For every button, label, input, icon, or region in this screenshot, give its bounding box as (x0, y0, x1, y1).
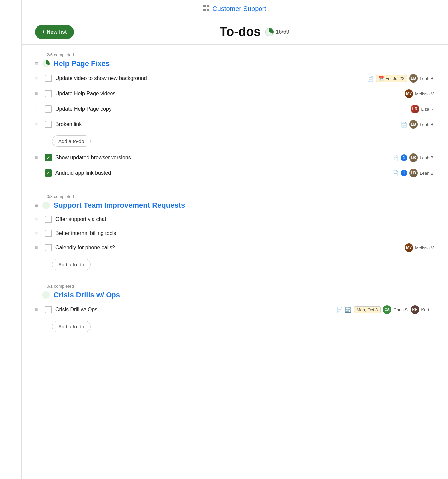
list-pie-0 (42, 59, 50, 68)
todo-meta-t9: MV Melissa V. (405, 243, 435, 252)
avatar-leah-t4: LB (409, 120, 418, 129)
assignee-label-t5: Leah B. (420, 155, 435, 160)
assignee-label-t6: Leah B. (420, 171, 435, 176)
list-header-1: ≡ Support Team Improvement Requests (35, 201, 435, 210)
avatar-leah-t1: LB (409, 74, 418, 83)
todo-item-t6: ≡ ✓ Android app link busted 📄 1 LB Leah … (35, 165, 435, 181)
todo-checkbox-t5[interactable]: ✓ (45, 154, 52, 161)
svg-rect-1 (207, 5, 209, 7)
todo-checkbox-t9[interactable] (45, 244, 52, 251)
todo-drag-t4[interactable]: ≡ (35, 121, 41, 127)
lists-container: 2/6 completed ≡ Help Page Fixes ≡ Update… (22, 47, 448, 359)
todo-item-t5: ≡ ✓ Show updated browser versions 📄 1 LB… (35, 150, 435, 165)
comment-badge-t5: 1 (401, 154, 407, 161)
todo-checkbox-t4[interactable] (45, 121, 52, 128)
todo-drag-t7[interactable]: ≡ (35, 216, 41, 222)
avatar-kurt-t10: KH (411, 305, 419, 314)
todo-checkbox-t7[interactable] (45, 216, 52, 223)
todo-text-t1: Update video to show new background (55, 75, 364, 81)
sidebar (0, 0, 22, 479)
progress-badge: 16/69 (265, 27, 289, 37)
todo-item-t3: ≡ Update Help Page copy LR Liza R. (35, 101, 435, 117)
list-header-2: ≡ Crisis Drills w/ Ops (35, 291, 435, 299)
todo-drag-t6[interactable]: ≡ (35, 170, 41, 176)
date-badge-t1: 📅 Fri, Jul 22 (376, 75, 407, 82)
todo-item-t1: ≡ Update video to show new background 📄 … (35, 71, 435, 86)
todo-item-t9: ≡ Calendly for phone calls? MV Melissa V… (35, 240, 435, 255)
progress-text: 16/69 (276, 29, 289, 35)
list-header-0: ≡ Help Page Fixes (35, 59, 435, 68)
svg-rect-3 (207, 9, 209, 11)
assignee-label-t4: Leah B. (420, 122, 435, 127)
todo-drag-t3[interactable]: ≡ (35, 106, 41, 112)
todo-meta-t6: 📄 1 LB Leah B. (392, 169, 435, 177)
assignee2-label-t10: Kurt H. (421, 307, 435, 312)
avatar-chris-t10: CS (383, 305, 391, 314)
todo-checkbox-t2[interactable] (45, 90, 52, 97)
todo-checkbox-t1[interactable] (45, 75, 52, 82)
todo-checkbox-t10[interactable] (45, 306, 52, 313)
assignee-label-t10: Chris S. (393, 307, 409, 312)
assignee-label-t2: Melissa V. (415, 91, 435, 96)
new-list-button[interactable]: + New list (35, 25, 74, 39)
list-drag-handle-1[interactable]: ≡ (35, 202, 38, 209)
comment-badge-t6: 1 (401, 170, 407, 176)
todo-checkbox-t3[interactable] (45, 105, 52, 113)
todo-drag-t10[interactable]: ≡ (35, 307, 41, 313)
note-icon-t5: 📄 (392, 155, 399, 161)
todo-meta-t10: 📄 🔄 Mon, Oct 3 CS Chris S. KH Kurt H. (336, 305, 435, 314)
todo-meta-t5: 📄 1 LB Leah B. (392, 153, 435, 162)
todo-drag-t1[interactable]: ≡ (35, 75, 41, 81)
new-list-label: + New list (42, 29, 67, 35)
note-icon-t1: 📄 (367, 75, 374, 82)
list-title-2[interactable]: Crisis Drills w/ Ops (54, 291, 120, 299)
todo-drag-t9[interactable]: ≡ (35, 245, 41, 251)
avatar-melissa-t9: MV (405, 243, 413, 252)
note-icon-t4: 📄 (401, 121, 407, 128)
todo-drag-t2[interactable]: ≡ (35, 91, 41, 97)
assignee-label-t9: Melissa V. (415, 245, 435, 250)
todo-item-t2: ≡ Update Help Page videos MV Melissa V. (35, 86, 435, 101)
todo-checkbox-t8[interactable] (45, 230, 52, 237)
assignee-label-t3: Liza R. (421, 107, 435, 112)
list-drag-handle-0[interactable]: ≡ (35, 60, 38, 67)
todo-text-t4: Broken link (55, 121, 397, 127)
todo-text-t10: Crisis Drill w/ Ops (55, 307, 333, 313)
top-bar: Customer Support (22, 0, 448, 18)
completed-label-2: 0/1 completed (47, 284, 435, 289)
page-header: + New list To-dos 16/69 (22, 18, 448, 44)
add-todo-button-2[interactable]: Add a to-do (52, 321, 91, 332)
overall-progress-pie (265, 27, 274, 37)
list-title-1[interactable]: Support Team Improvement Requests (54, 201, 185, 210)
todo-item-t7: ≡ Offer support via chat (35, 212, 435, 226)
date-badge-t10: Mon, Oct 3 (354, 306, 381, 313)
list-title-0[interactable]: Help Page Fixes (54, 59, 110, 68)
todo-drag-t8[interactable]: ≡ (35, 230, 41, 236)
todo-meta-t1: 📄 📅 Fri, Jul 22 LB Leah B. (367, 74, 435, 83)
project-link[interactable]: Customer Support (203, 5, 266, 13)
note-icon-t6: 📄 (392, 170, 399, 176)
list-pie-2 (42, 291, 50, 299)
todo-checkbox-t6[interactable]: ✓ (45, 169, 52, 177)
project-name: Customer Support (212, 5, 266, 13)
todo-item-t4: ≡ Broken link 📄 LB Leah B. (35, 117, 435, 132)
todo-text-t3: Update Help Page copy (55, 106, 408, 112)
todo-meta-t3: LR Liza R. (411, 105, 435, 113)
todo-text-t2: Update Help Page videos (55, 91, 401, 97)
completed-label-1: 0/3 completed (47, 194, 435, 199)
list-section-help-page-fixes: 2/6 completed ≡ Help Page Fixes ≡ Update… (35, 52, 435, 181)
todo-text-t5: Show updated browser versions (55, 155, 389, 161)
avatar-liza-t3: LR (411, 105, 419, 113)
list-drag-handle-2[interactable]: ≡ (35, 292, 38, 299)
todo-text-t8: Better internal billing tools (55, 230, 431, 236)
repeat-icon-t10: 🔄 (345, 307, 352, 313)
list-section-crisis-drills: 0/1 completed ≡ Crisis Drills w/ Ops ≡ C… (35, 284, 435, 332)
todo-drag-t5[interactable]: ≡ (35, 155, 41, 161)
add-todo-button-0[interactable]: Add a to-do (52, 135, 91, 147)
add-todo-button-1[interactable]: Add a to-do (52, 259, 91, 270)
avatar-leah-t6: LB (409, 169, 418, 177)
list-pie-1 (42, 201, 50, 210)
assignee-label-t1: Leah B. (420, 76, 435, 81)
todo-item-t8: ≡ Better internal billing tools (35, 226, 435, 240)
note-icon-t10: 📄 (336, 307, 343, 313)
